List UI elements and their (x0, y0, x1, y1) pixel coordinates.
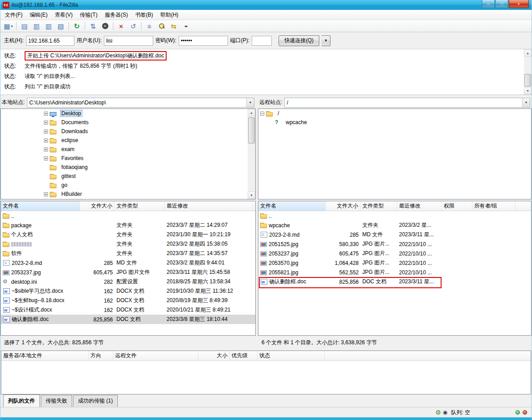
file-row[interactable]: 确认删除框.doc825,856DOC 文档2023/3/11 星... (258, 277, 531, 286)
sync-browse-button[interactable]: ⇆ (168, 21, 179, 31)
find-button[interactable]: ●● (180, 21, 191, 31)
menu-item[interactable]: 文件(F) (1, 10, 26, 20)
file-row[interactable]: 文件夹2023/3/2 星期四 15:38:05 (1, 239, 255, 249)
port-input[interactable] (252, 36, 272, 46)
password-input[interactable] (179, 36, 228, 46)
queue-tab[interactable]: 传输失败 (41, 395, 72, 407)
column-header[interactable]: 权限 (442, 201, 472, 211)
column-header[interactable]: 文件类型 (115, 201, 165, 211)
file-row[interactable]: 2023-2-8.md285MD 文件2023/3/11 星... (258, 230, 531, 239)
compare-button[interactable] (156, 21, 167, 31)
tree-item[interactable]: +Downloads (1, 127, 255, 136)
tree-item[interactable]: +HBuilder (1, 190, 255, 199)
menu-item[interactable]: 书签(B) (132, 10, 157, 20)
column-header[interactable]: 文件名 (258, 201, 326, 211)
tree-expander-icon[interactable]: + (44, 130, 48, 134)
tree-item[interactable]: wpcache (258, 118, 531, 127)
cancel-button[interactable]: × (99, 21, 111, 31)
queue-column-header[interactable]: 状态 (257, 351, 325, 360)
queue-tab[interactable]: 列队的文件 (3, 394, 40, 407)
scroll-up-icon[interactable]: ▲ (524, 49, 532, 57)
column-header[interactable]: 文件名 (1, 201, 80, 211)
scrollbar-thumb[interactable] (524, 74, 531, 87)
username-input[interactable] (104, 36, 153, 46)
tree-item[interactable]: +eclipse (1, 136, 255, 145)
disconnect-button[interactable]: × (116, 21, 127, 31)
tree-item[interactable]: +Desktop (1, 109, 255, 118)
title-bar[interactable]: FZ lisi@192.168.1.65 - FileZilla ─□× (0, 0, 532, 10)
remote-site-input[interactable] (284, 98, 530, 108)
tree-expander-icon[interactable]: + (44, 112, 48, 116)
scroll-down-icon[interactable]: ▼ (524, 87, 532, 95)
queue-indicator-icon[interactable]: ◉ (443, 409, 447, 416)
toggle-log-button[interactable]: ▤ (19, 21, 30, 31)
queue-tab[interactable]: 成功的传输 (1) (73, 395, 118, 407)
file-row[interactable]: 确认删除框.doc825,856DOC 文档2023/3/8 星期三 18:10… (1, 315, 255, 324)
menu-item[interactable]: 编辑(E) (26, 10, 51, 20)
scrollbar-thumb[interactable] (248, 117, 255, 143)
queue-column-header[interactable]: 远程文件 (113, 351, 198, 360)
file-row[interactable]: .. (258, 211, 531, 221)
local-tree-scrollbar[interactable]: ▲ ▼ (248, 109, 255, 199)
column-header[interactable]: 最近修改 (397, 201, 442, 211)
file-row[interactable]: wpcache文件夹2023/3/2 星... (258, 221, 531, 230)
chevron-down-icon[interactable]: ▼ (522, 98, 530, 107)
file-row[interactable]: 2053237.jpg605,475JPG 图片...2022/10/10 ..… (258, 249, 531, 258)
refresh-button[interactable]: ↻ (71, 21, 82, 31)
tree-item[interactable]: +Favorites (1, 154, 255, 163)
filter-button[interactable]: ≡ (144, 21, 155, 31)
menu-item[interactable]: 查看(V) (51, 10, 76, 20)
file-row[interactable]: 2055821.jpg562,552JPG 图片...2022/10/10 ..… (258, 268, 531, 277)
menu-item[interactable]: 传输(T) (76, 10, 101, 20)
tree-item[interactable]: −/ (258, 109, 531, 118)
tree-expander-icon[interactable]: + (44, 156, 48, 160)
reconnect-button[interactable]: ↺ (128, 21, 139, 31)
chevron-down-icon[interactable]: ▼ (246, 98, 254, 107)
file-row[interactable]: package文件夹2023/3/7 星期二 14:29:07 (1, 221, 255, 230)
local-site-input[interactable] (27, 98, 254, 108)
queue-column-header[interactable]: 大小 (198, 351, 230, 360)
tree-expander-icon[interactable]: + (44, 147, 48, 152)
file-row[interactable]: ~$设计模式.docx162DOCX 文档2020/10/21 星期三 8:49… (1, 305, 255, 315)
tree-item[interactable]: +exam (1, 145, 255, 154)
column-header[interactable]: 最近修改 (165, 201, 253, 211)
minimize-button[interactable]: ─ (482, 0, 495, 8)
tree-expander-icon[interactable]: + (44, 192, 48, 196)
close-button[interactable]: × (509, 0, 529, 8)
file-row[interactable]: ~$生鲜bug--8.18.docx162DOCX 文档2020/8/19 星期… (1, 296, 255, 305)
file-row[interactable]: 2023-2-8.md285MD 文件2023/3/2 星期四 9:44:01 (1, 258, 255, 268)
site-manager-button[interactable]: ▦▾ (3, 21, 14, 31)
log-scrollbar[interactable]: ▲ ▼ (524, 49, 532, 95)
toggle-queue-button[interactable]: ▧ (55, 21, 66, 31)
tree-item[interactable]: fotiaoqiang (1, 163, 255, 172)
file-row[interactable]: ~$sible学习总结.docx162DOCX 文档2019/10/30 星期三… (1, 286, 255, 296)
file-row[interactable]: 2053237.jpg605,475JPG 图片文件2023/3/11 星期六 … (1, 268, 255, 277)
quickconnect-dropdown-icon[interactable]: ▼ (322, 35, 330, 46)
remote-site-combo[interactable]: ▼ (284, 98, 530, 108)
file-row[interactable]: 2053570.jpg1,064,428JPG 图片...2022/10/10 … (258, 258, 531, 268)
tree-expander-icon[interactable]: + (44, 139, 48, 143)
scroll-down-icon[interactable]: ▼ (248, 191, 255, 199)
toggle-remote-tree-button[interactable]: ▥ (43, 21, 54, 31)
queue-column-header[interactable]: 服务器/本地文件 (1, 351, 89, 360)
gear-icon[interactable]: ⚙ (435, 409, 441, 416)
tree-expander-icon[interactable]: + (44, 121, 48, 125)
file-row[interactable]: desktop.ini282配置设置2018/8/25 星期六 13:58:34 (1, 277, 255, 286)
column-header[interactable]: 文件大小 (80, 201, 115, 211)
file-row[interactable]: 个人文档文件夹2023/1/30 星期一 10:21:19 (1, 230, 255, 239)
tree-item[interactable]: gittest (1, 172, 255, 181)
queue-column-header[interactable]: 优先级 (230, 351, 257, 360)
file-row[interactable]: .. (1, 211, 255, 221)
process-queue-button[interactable]: ⇅ (87, 21, 99, 31)
file-row[interactable]: 2051525.jpg580,330JPG 图片...2022/10/10 ..… (258, 239, 531, 249)
menu-item[interactable]: 帮助(H) (157, 10, 182, 20)
menu-item[interactable]: 服务器(S) (101, 10, 132, 20)
column-header[interactable]: 文件大小 (326, 201, 360, 211)
local-site-combo[interactable]: ▼ (27, 98, 254, 108)
tree-item[interactable]: go (1, 181, 255, 190)
file-row[interactable]: 软件文件夹2023/3/7 星期二 14:35:57 (1, 249, 255, 258)
toggle-local-tree-button[interactable]: ▥ (31, 21, 42, 31)
tree-item[interactable]: +Documents (1, 118, 255, 127)
maximize-button[interactable]: □ (495, 0, 508, 8)
column-header[interactable]: 文件类型 (360, 201, 397, 211)
